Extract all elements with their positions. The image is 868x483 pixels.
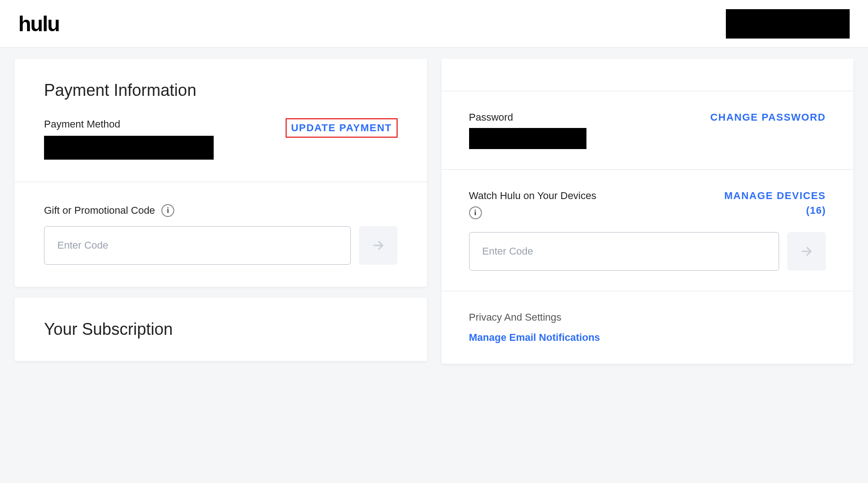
promo-submit-button[interactable] (359, 226, 398, 265)
devices-count: (16) (724, 205, 826, 217)
header: hulu (0, 0, 868, 48)
devices-submit-button[interactable] (787, 232, 826, 271)
payment-method-label: Payment Method (44, 118, 214, 130)
promo-code-label: Gift or Promotional Code (44, 205, 155, 217)
info-icon[interactable]: i (161, 204, 174, 217)
promo-code-input[interactable] (44, 226, 351, 265)
arrow-right-icon (372, 239, 385, 252)
payment-info-card: Payment Information Payment Method UPDAT… (15, 59, 427, 287)
account-settings-card: Password CHANGE PASSWORD Watch Hulu on Y… (442, 59, 854, 364)
privacy-settings-title: Privacy And Settings (469, 311, 826, 323)
update-payment-highlight: UPDATE PAYMENT (286, 118, 398, 138)
account-content: Payment Information Payment Method UPDAT… (0, 48, 868, 375)
manage-email-notifications-link[interactable]: Manage Email Notifications (469, 332, 826, 344)
subscription-title: Your Subscription (44, 320, 398, 339)
arrow-right-icon (800, 245, 813, 258)
hulu-logo[interactable]: hulu (18, 11, 59, 36)
update-payment-link[interactable]: UPDATE PAYMENT (291, 122, 392, 133)
subscription-card: Your Subscription (15, 298, 427, 361)
change-password-link[interactable]: CHANGE PASSWORD (710, 111, 826, 123)
right-column: Password CHANGE PASSWORD Watch Hulu on Y… (442, 59, 854, 375)
info-icon[interactable]: i (469, 206, 482, 219)
manage-devices-link[interactable]: MANAGE DEVICES (724, 190, 826, 202)
left-column: Payment Information Payment Method UPDAT… (15, 59, 427, 372)
devices-code-input[interactable] (469, 232, 780, 271)
devices-label: Watch Hulu on Your Devices (469, 190, 597, 202)
header-account-redacted (726, 9, 850, 39)
payment-method-value-redacted (44, 136, 214, 160)
payment-info-title: Payment Information (44, 81, 398, 100)
password-label: Password (469, 111, 586, 123)
password-value-redacted (469, 128, 586, 149)
